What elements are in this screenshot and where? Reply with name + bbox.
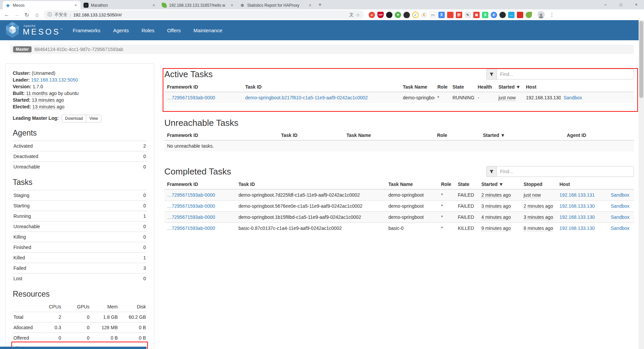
- sandbox-link[interactable]: Sandbox: [564, 95, 582, 100]
- sandbox-link[interactable]: Sandbox: [611, 192, 629, 198]
- column-header[interactable]: State: [450, 82, 475, 92]
- minimize-button[interactable]: –: [598, 2, 613, 7]
- host-link[interactable]: 192.168.133.130: [559, 203, 595, 209]
- completed-find-input[interactable]: [496, 166, 634, 177]
- browser-tab[interactable]: ⊕ Statistics Report for HAProxy ×: [237, 1, 315, 9]
- extension-icon[interactable]: [499, 12, 506, 18]
- column-header[interactable]: Started ▼: [480, 131, 564, 140]
- extension-icon[interactable]: S: [482, 12, 488, 18]
- task-id-link[interactable]: demo-springboot.b217f610-c1a5-11e9-aaf9-…: [245, 95, 368, 100]
- column-header[interactable]: Task ID: [236, 180, 386, 189]
- column-header[interactable]: Task Name: [344, 131, 434, 140]
- sandbox-link[interactable]: Sandbox: [611, 226, 629, 231]
- nav-item[interactable]: Offers: [167, 28, 181, 33]
- column-header[interactable]: Framework ID: [164, 131, 278, 140]
- extension-icon[interactable]: ✎: [465, 12, 471, 18]
- framework-id-link[interactable]: …7295671593ab-0000: [167, 95, 215, 100]
- extension-icon[interactable]: [526, 12, 532, 18]
- new-tab-button[interactable]: +: [318, 1, 322, 8]
- tasks-row: Unreachable 0: [13, 221, 147, 232]
- extension-icon[interactable]: {≡}: [430, 12, 436, 18]
- browser-tab[interactable]: ◆ Mesos ×: [3, 1, 80, 9]
- extension-icon[interactable]: ✓: [412, 12, 419, 18]
- extension-icon[interactable]: [404, 12, 410, 18]
- url-text[interactable]: 192.168.133.132:5050/#/: [73, 12, 122, 17]
- extension-icon[interactable]: ✆: [491, 12, 497, 18]
- extension-icon[interactable]: C: [421, 12, 427, 18]
- column-header[interactable]: Role: [435, 82, 450, 92]
- extension-icon[interactable]: ∞: [369, 12, 375, 18]
- framework-id-link[interactable]: …7295671593ab-0000: [167, 214, 215, 220]
- tasks-row-value: 0: [130, 242, 147, 252]
- extension-icon[interactable]: [447, 12, 453, 18]
- scrollbar-thumb[interactable]: [639, 21, 643, 98]
- log-button[interactable]: View: [86, 115, 101, 122]
- column-header[interactable]: Task Name: [386, 180, 438, 189]
- window-close-button[interactable]: ×: [629, 2, 644, 7]
- tab-close-icon[interactable]: ×: [73, 3, 78, 8]
- column-header[interactable]: Task ID: [278, 131, 344, 140]
- host-link[interactable]: 192.168.133.131: [559, 192, 595, 198]
- framework-id-link[interactable]: …7295671593ab-0000: [167, 203, 215, 209]
- page-scrollbar[interactable]: [639, 20, 644, 349]
- brand-block[interactable]: Apache MESOS ™: [23, 24, 63, 36]
- extension-icon[interactable]: 文: [438, 12, 445, 18]
- column-header[interactable]: Host: [523, 82, 561, 92]
- framework-id-link[interactable]: …7295671593ab-0000: [167, 226, 215, 231]
- nav-item[interactable]: Roles: [142, 28, 154, 33]
- log-button[interactable]: Download: [62, 115, 86, 122]
- extension-icon[interactable]: ▤: [473, 12, 480, 18]
- extension-icon[interactable]: [517, 12, 523, 18]
- browser-menu-icon[interactable]: ⋮: [549, 12, 554, 18]
- framework-id-link[interactable]: …7295671593ab-0000: [167, 192, 215, 198]
- address-bar[interactable]: ⓘ 不安全 | 192.168.133.132:5050/#/ 文 ☆: [44, 10, 364, 19]
- column-header[interactable]: Agent ID: [564, 131, 634, 140]
- forward-button[interactable]: →: [12, 10, 21, 19]
- column-header[interactable]: Started ▼: [479, 180, 521, 189]
- extension-icon[interactable]: ✚: [395, 12, 401, 18]
- column-header[interactable]: State: [455, 180, 479, 189]
- mesos-logo-icon[interactable]: [5, 22, 20, 39]
- column-header[interactable]: Task Name: [400, 82, 435, 92]
- back-button[interactable]: ←: [2, 10, 11, 19]
- column-header[interactable]: Health: [475, 82, 496, 92]
- bookmark-star-icon[interactable]: ☆: [356, 12, 360, 17]
- browser-tab[interactable]: 192.168.133.131:31657/hello w ×: [159, 1, 237, 9]
- translate-icon[interactable]: 文: [349, 12, 354, 18]
- column-header[interactable]: [608, 180, 634, 189]
- nav-item[interactable]: Agents: [113, 28, 129, 33]
- host-link[interactable]: 192.168.133.130: [559, 226, 595, 231]
- host-link[interactable]: 192.168.133.130: [559, 214, 595, 220]
- home-button[interactable]: ⌂: [32, 10, 42, 19]
- tab-close-icon[interactable]: ×: [152, 3, 156, 8]
- info-icon[interactable]: ⓘ: [48, 12, 52, 18]
- column-header[interactable]: Role: [438, 180, 455, 189]
- extension-icon[interactable]: [386, 12, 392, 18]
- column-header[interactable]: Host: [557, 180, 608, 189]
- column-header[interactable]: Framework ID: [164, 180, 236, 189]
- profile-avatar[interactable]: [537, 11, 545, 18]
- column-header[interactable]: Stopped: [521, 180, 557, 189]
- agents-row-label: Activated: [13, 141, 130, 151]
- browser-tab[interactable]: ○ Marathon ×: [81, 1, 159, 9]
- extension-icon[interactable]: …: [508, 12, 515, 18]
- reload-button[interactable]: ↻: [22, 10, 32, 19]
- column-header[interactable]: Role: [434, 131, 480, 140]
- sandbox-link[interactable]: Sandbox: [611, 214, 629, 220]
- sandbox-link[interactable]: Sandbox: [611, 203, 629, 209]
- column-header[interactable]: [561, 82, 634, 92]
- active-find-input[interactable]: [496, 69, 634, 80]
- completed-task-row: …7295671593ab-0000 demo-springboot.5676e…: [164, 201, 634, 212]
- tasks-row-label: Staging: [13, 190, 130, 200]
- tab-close-icon[interactable]: ×: [230, 3, 234, 8]
- column-header[interactable]: Task ID: [243, 82, 400, 92]
- nav-item[interactable]: Frameworks: [73, 28, 101, 33]
- column-header[interactable]: Started ▼: [496, 82, 523, 92]
- leader-link[interactable]: 192.168.133.132:5050: [31, 77, 78, 83]
- extension-icon[interactable]: 折: [456, 12, 462, 18]
- nav-item[interactable]: Maintenance: [194, 28, 222, 33]
- tab-close-icon[interactable]: ×: [308, 3, 312, 8]
- extension-icon[interactable]: ABP: [377, 12, 384, 18]
- column-header[interactable]: Framework ID: [164, 82, 243, 92]
- maximize-button[interactable]: □: [613, 2, 629, 7]
